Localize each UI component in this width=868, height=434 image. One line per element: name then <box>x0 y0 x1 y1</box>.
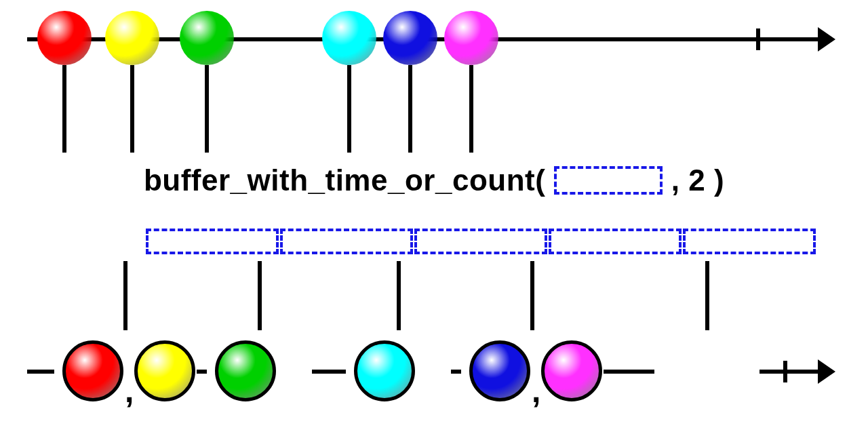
comma-separator: , <box>125 372 134 410</box>
operator-box: buffer_with_time_or_count( , 2 ) <box>31 153 837 261</box>
input-marble <box>37 11 92 65</box>
connector-line <box>705 261 709 332</box>
input-marble <box>444 11 498 65</box>
connector-line <box>408 65 412 153</box>
output-marble <box>62 340 123 401</box>
completion-bar <box>783 361 787 382</box>
timespan-row <box>31 229 837 254</box>
operator-text-suffix: , 2 ) <box>663 163 724 197</box>
timespan-segment <box>414 229 547 254</box>
arrowhead-icon <box>818 27 835 52</box>
output-buffer: , <box>54 330 197 412</box>
connector-line <box>258 261 262 332</box>
connector-line <box>130 65 134 153</box>
output-marble <box>215 340 276 401</box>
canvas: buffer_with_time_or_count( , 2 ) ,, <box>0 0 868 434</box>
input-marble <box>105 11 159 65</box>
comma-separator: , <box>532 372 540 410</box>
output-marble <box>134 340 195 401</box>
connector-line <box>530 261 534 332</box>
operator-label: buffer_with_time_or_count( , 2 ) <box>31 162 837 197</box>
timespan-segment <box>280 229 413 254</box>
input-marble <box>322 11 376 65</box>
timespan-segment <box>549 229 682 254</box>
timespan-segment <box>146 229 279 254</box>
connector-line <box>347 65 351 153</box>
connector-line <box>397 261 401 332</box>
input-marble <box>383 11 437 65</box>
output-buffer <box>207 330 312 412</box>
connector-line <box>469 65 473 153</box>
output-buffer <box>654 330 760 412</box>
timespan-param-icon <box>554 166 663 195</box>
timespan-segment <box>683 229 816 254</box>
output-marble <box>354 340 415 401</box>
connector-line <box>62 65 66 153</box>
connector-line <box>123 261 127 332</box>
input-marble <box>180 11 234 65</box>
output-marble <box>541 340 602 401</box>
completion-bar <box>756 28 760 50</box>
operator-text-prefix: buffer_with_time_or_count( <box>144 163 554 197</box>
arrowhead-icon <box>818 359 835 384</box>
output-marble <box>469 340 530 401</box>
connector-line <box>205 65 209 153</box>
output-buffer: , <box>461 330 604 412</box>
output-buffer <box>346 330 451 412</box>
